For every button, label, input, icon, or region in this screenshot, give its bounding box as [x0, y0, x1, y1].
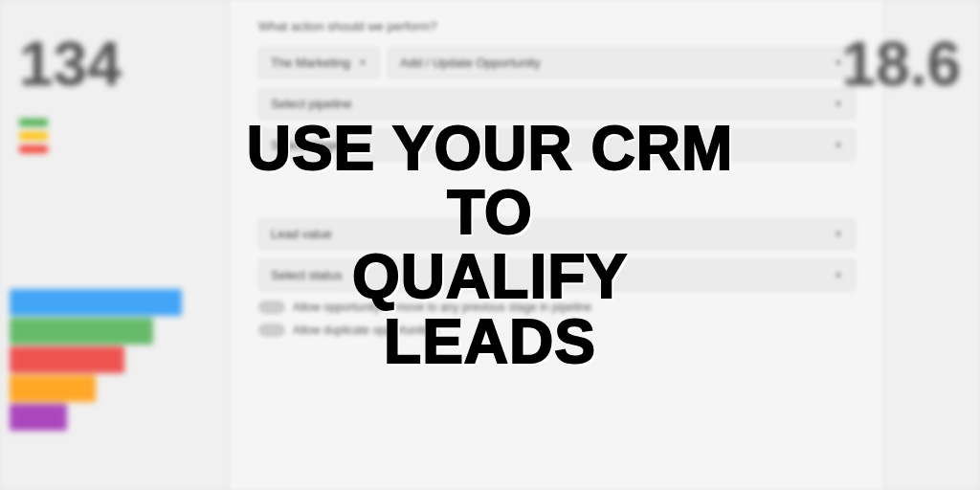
legend-dot-open	[19, 132, 48, 140]
toggle-row-2: Allow duplicate opportunities	[258, 323, 856, 337]
funnel-bar-5	[10, 404, 67, 431]
chevron-down-icon: ▼	[834, 229, 843, 239]
legend-item-closed	[19, 119, 211, 126]
lead-value-label: Lead value	[271, 227, 332, 241]
legend-item-open	[19, 132, 211, 140]
chevron-down-icon: ▼	[358, 57, 368, 68]
pipeline-dropdown[interactable]: Select pipeline ▼	[258, 88, 856, 120]
status-label: Select status	[271, 268, 342, 282]
chevron-down-icon: ▼	[834, 99, 843, 109]
action-label: Add / Update Opportunity	[400, 56, 541, 70]
status-dropdown[interactable]: Select status ▼	[258, 259, 856, 291]
funnel-bar-3	[10, 346, 124, 373]
toggle-2-label: Allow duplicate opportunities	[293, 323, 438, 337]
toggle-1[interactable]	[258, 301, 285, 314]
stage-label: Select stage	[271, 138, 340, 152]
marketing-dropdown[interactable]: The Marketing ▼	[258, 47, 380, 78]
chevron-down-icon: ▼	[834, 140, 843, 150]
toggle-row-1: Allow opportunity to move to any previou…	[258, 301, 856, 314]
legend	[19, 119, 211, 153]
pipeline-label: Select pipeline	[271, 97, 352, 111]
legend-dot-lost	[19, 145, 48, 153]
stage-dropdown[interactable]: Select stage ▼	[258, 129, 856, 161]
lead-value-dropdown[interactable]: Lead value ▼	[258, 218, 856, 250]
funnel-bar-2	[10, 318, 153, 345]
form-panel: What action should we perform? The Marke…	[230, 0, 884, 490]
background-left: 134	[0, 0, 230, 490]
spacer	[258, 170, 856, 218]
chevron-down-icon: ▼	[834, 270, 843, 280]
funnel-bar-1	[10, 289, 182, 316]
legend-item-lost	[19, 145, 211, 153]
form-row-top: The Marketing ▼ Add / Update Opportunity…	[258, 47, 856, 78]
funnel-bar-4	[10, 375, 96, 402]
background-right: 18.6	[884, 0, 980, 490]
funnel-chart	[10, 289, 182, 433]
action-dropdown[interactable]: Add / Update Opportunity ▼	[388, 47, 856, 78]
form-question: What action should we perform?	[258, 19, 856, 33]
toggle-2[interactable]	[258, 323, 285, 337]
stat-number-left: 134	[19, 29, 211, 100]
toggle-1-label: Allow opportunity to move to any previou…	[293, 301, 591, 314]
legend-dot-closed	[19, 119, 48, 126]
marketing-label: The Marketing	[271, 56, 350, 70]
stat-number-right: 18.6	[841, 29, 961, 100]
